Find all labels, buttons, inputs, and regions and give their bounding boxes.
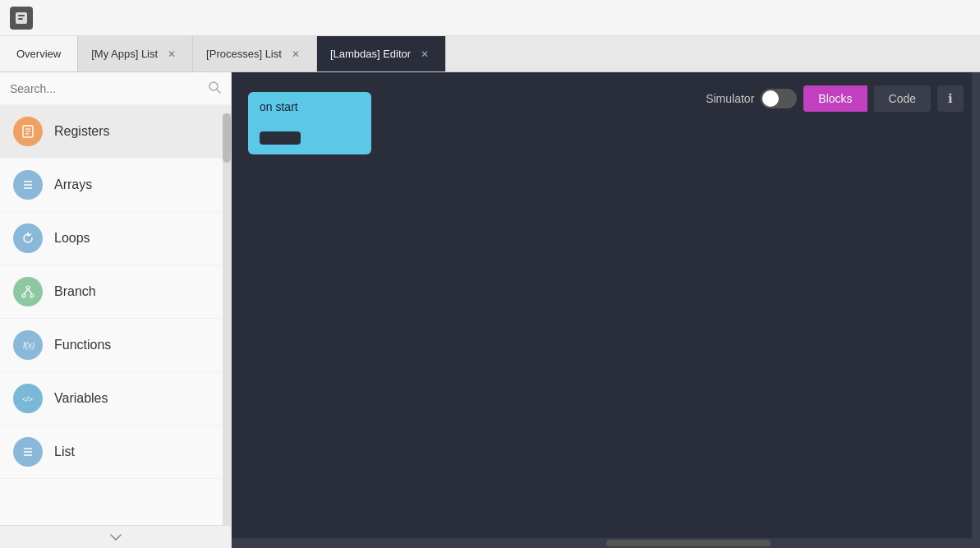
tab-overview[interactable]: Overview [0,36,78,71]
sidebar-item-functions[interactable]: f(x) Functions [0,319,231,372]
sidebar-item-loops[interactable]: Loops [0,212,231,265]
tab-processes-close[interactable]: ✕ [288,47,303,62]
svg-text:</>: </> [22,395,33,403]
on-start-header: on start [248,92,371,122]
main-content: Registers Arrays [0,72,980,548]
svg-point-14 [30,294,34,297]
tab-lambdas[interactable]: [Lambdas] Editor ✕ [317,36,446,71]
sidebar-item-registers[interactable]: Registers [0,105,231,159]
variables-icon: </> [13,384,43,413]
blocks-button[interactable]: Blocks [803,85,867,112]
editor-area: Simulator Blocks Code ℹ on start [232,72,980,548]
branch-icon [13,277,43,306]
loops-icon [13,223,43,253]
editor-toolbar: Simulator Blocks Code ℹ [706,85,964,112]
block-notch [260,131,301,145]
svg-rect-1 [18,15,25,16]
sidebar-item-arrays[interactable]: Arrays [0,159,231,212]
sidebar: Registers Arrays [0,72,232,548]
tab-lambdas-label: [Lambdas] Editor [330,48,411,60]
sidebar-scrollbar-thumb [223,113,231,163]
simulator-toggle[interactable] [761,89,797,108]
svg-line-15 [24,289,28,294]
on-start-body [248,122,371,154]
sidebar-items: Registers Arrays [0,105,231,548]
sidebar-scroll-down[interactable] [0,525,231,548]
on-start-label: on start [260,100,298,113]
sidebar-item-functions-label: Functions [54,338,111,352]
functions-icon: f(x) [13,330,43,360]
editor-vertical-scrollbar[interactable] [972,72,980,538]
top-bar [0,0,980,36]
search-icon [208,81,221,96]
list-icon [13,437,43,467]
editor-horizontal-scrollbar[interactable] [232,538,980,548]
sidebar-item-branch[interactable]: Branch [0,265,231,319]
arrays-icon [13,170,43,200]
svg-line-4 [217,90,220,93]
svg-rect-2 [18,18,23,20]
tab-processes-label: [Processes] List [206,48,282,60]
tab-lambdas-close[interactable]: ✕ [417,47,432,62]
sidebar-item-variables[interactable]: </> Variables [0,372,231,426]
svg-point-13 [22,294,25,297]
info-button[interactable]: ℹ [937,85,964,112]
tab-my-apps-close[interactable]: ✕ [164,47,179,62]
tab-overview-label: Overview [16,48,61,60]
svg-point-12 [26,286,30,289]
sidebar-item-list-label: List [54,444,75,459]
app-logo[interactable] [10,7,33,30]
search-input[interactable] [10,82,201,95]
editor-scrollbar-thumb [606,540,771,546]
sidebar-scrollbar[interactable] [223,113,231,525]
sidebar-item-list[interactable]: List [0,426,231,479]
svg-text:f(x): f(x) [23,341,35,350]
sidebar-item-loops-label: Loops [54,231,90,246]
code-button[interactable]: Code [874,85,931,112]
sidebar-item-arrays-label: Arrays [54,177,92,192]
simulator-label: Simulator [706,92,754,105]
tab-my-apps[interactable]: [My Apps] List ✕ [78,36,193,71]
sidebar-item-branch-label: Branch [54,284,96,299]
tab-bar: Overview [My Apps] List ✕ [Processes] Li… [0,36,980,72]
registers-icon [13,117,43,146]
tab-my-apps-label: [My Apps] List [91,48,158,60]
on-start-block[interactable]: on start [248,92,371,154]
svg-line-16 [28,289,32,294]
tab-processes[interactable]: [Processes] List ✕ [193,36,317,71]
search-bar [0,72,231,105]
sidebar-item-variables-label: Variables [54,391,108,406]
toggle-thumb [762,90,779,107]
sidebar-item-registers-label: Registers [54,124,110,139]
